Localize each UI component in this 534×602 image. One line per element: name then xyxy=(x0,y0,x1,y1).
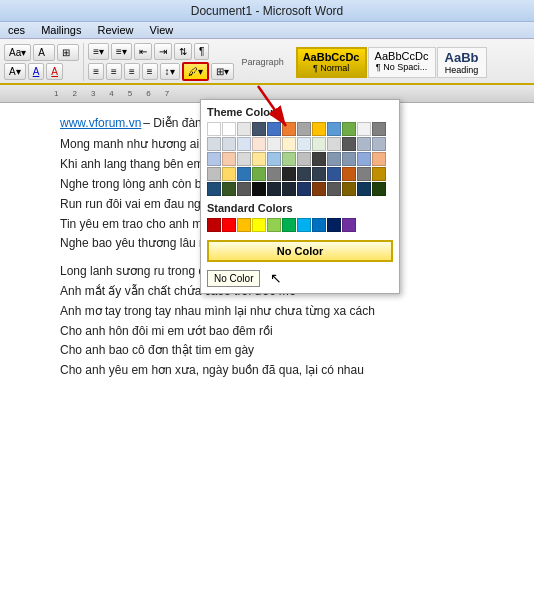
color-cell[interactable] xyxy=(237,182,251,196)
align-left[interactable]: ≡ xyxy=(88,63,104,80)
font-color-btn[interactable]: A▾ xyxy=(4,63,26,80)
color-cell[interactable] xyxy=(312,122,326,136)
style-normal[interactable]: AaBbCcDc ¶ Normal xyxy=(296,47,367,78)
font-group: Aa▾ A ⊞ A▾ A A xyxy=(4,44,79,80)
color-red[interactable] xyxy=(222,218,236,232)
color-cell[interactable] xyxy=(222,137,236,151)
color-cell[interactable] xyxy=(327,167,341,181)
tab-view[interactable]: View xyxy=(142,22,182,38)
color-cell[interactable] xyxy=(297,182,311,196)
color-cell[interactable] xyxy=(357,152,371,166)
font-btn-a[interactable]: A xyxy=(33,44,55,61)
color-cell[interactable] xyxy=(342,182,356,196)
color-cell[interactable] xyxy=(357,122,371,136)
color-cell[interactable] xyxy=(207,182,221,196)
border-btn[interactable]: ⊞▾ xyxy=(211,63,234,80)
color-cell[interactable] xyxy=(267,137,281,151)
color-cell[interactable] xyxy=(252,182,266,196)
standard-color-grid xyxy=(207,218,393,232)
color-cell[interactable] xyxy=(282,122,296,136)
color-cell[interactable] xyxy=(237,152,251,166)
shading-btn[interactable]: 🖊▾ xyxy=(182,62,209,81)
color-blue[interactable] xyxy=(312,218,326,232)
color-cell[interactable] xyxy=(267,122,281,136)
color-cell[interactable] xyxy=(342,152,356,166)
indent-dec[interactable]: ⇤ xyxy=(134,43,152,60)
no-color-button[interactable]: No Color xyxy=(207,240,393,262)
color-purple[interactable] xyxy=(342,218,356,232)
color-cell[interactable] xyxy=(267,152,281,166)
font-underline-a2[interactable]: A xyxy=(46,63,63,80)
color-cell[interactable] xyxy=(237,137,251,151)
color-cell[interactable] xyxy=(282,152,296,166)
color-cell[interactable] xyxy=(297,167,311,181)
sort-btn[interactable]: ⇅ xyxy=(174,43,192,60)
color-cell[interactable] xyxy=(222,152,236,166)
color-cell[interactable] xyxy=(207,167,221,181)
indent-inc[interactable]: ⇥ xyxy=(154,43,172,60)
color-cell[interactable] xyxy=(372,122,386,136)
color-cell[interactable] xyxy=(327,137,341,151)
font-size-btn[interactable]: Aa▾ xyxy=(4,44,31,61)
color-cell[interactable] xyxy=(267,167,281,181)
color-cell[interactable] xyxy=(312,152,326,166)
style-no-spacing[interactable]: AaBbCcDc ¶ No Spaci... xyxy=(368,47,436,78)
color-cell[interactable] xyxy=(357,167,371,181)
color-dark-blue[interactable] xyxy=(327,218,341,232)
color-cell[interactable] xyxy=(372,137,386,151)
color-cell[interactable] xyxy=(282,182,296,196)
color-yellow[interactable] xyxy=(252,218,266,232)
color-cell[interactable] xyxy=(222,167,236,181)
color-cell[interactable] xyxy=(312,182,326,196)
align-right[interactable]: ≡ xyxy=(124,63,140,80)
color-cell[interactable] xyxy=(297,152,311,166)
list-btn2[interactable]: ≡▾ xyxy=(111,43,132,60)
color-cell[interactable] xyxy=(237,122,251,136)
color-cell[interactable] xyxy=(357,137,371,151)
color-dark-red[interactable] xyxy=(207,218,221,232)
color-cell[interactable] xyxy=(222,182,236,196)
color-cell[interactable] xyxy=(222,122,236,136)
color-cell[interactable] xyxy=(237,167,251,181)
color-orange[interactable] xyxy=(237,218,251,232)
color-cell[interactable] xyxy=(207,122,221,136)
color-cell[interactable] xyxy=(207,137,221,151)
list-btn[interactable]: ≡▾ xyxy=(88,43,109,60)
color-light-blue[interactable] xyxy=(297,218,311,232)
color-cell[interactable] xyxy=(342,167,356,181)
color-cell[interactable] xyxy=(252,137,266,151)
color-cell[interactable] xyxy=(327,182,341,196)
color-cell[interactable] xyxy=(282,167,296,181)
color-cell[interactable] xyxy=(297,122,311,136)
tab-review[interactable]: Review xyxy=(89,22,141,38)
color-light-green[interactable] xyxy=(267,218,281,232)
align-justify[interactable]: ≡ xyxy=(142,63,158,80)
style-heading[interactable]: AaBb Heading xyxy=(437,47,487,78)
font-btn-b[interactable]: ⊞ xyxy=(57,44,79,61)
color-cell[interactable] xyxy=(297,137,311,151)
tab-ces[interactable]: ces xyxy=(0,22,33,38)
color-cell[interactable] xyxy=(327,122,341,136)
color-cell[interactable] xyxy=(342,137,356,151)
line-spacing[interactable]: ↕▾ xyxy=(160,63,180,80)
color-cell[interactable] xyxy=(252,152,266,166)
color-green[interactable] xyxy=(282,218,296,232)
tab-mailings[interactable]: Mailings xyxy=(33,22,89,38)
color-cell[interactable] xyxy=(252,167,266,181)
color-cell[interactable] xyxy=(357,182,371,196)
font-underline-a[interactable]: A xyxy=(28,63,45,80)
color-cell[interactable] xyxy=(372,152,386,166)
color-cell[interactable] xyxy=(312,137,326,151)
align-center[interactable]: ≡ xyxy=(106,63,122,80)
color-cell[interactable] xyxy=(207,152,221,166)
pilcrow-btn[interactable]: ¶ xyxy=(194,43,209,60)
color-cell[interactable] xyxy=(372,167,386,181)
vforum-link[interactable]: www.vforum.vn xyxy=(60,113,141,133)
color-cell[interactable] xyxy=(282,137,296,151)
color-cell[interactable] xyxy=(312,167,326,181)
color-cell[interactable] xyxy=(252,122,266,136)
color-cell[interactable] xyxy=(342,122,356,136)
color-cell[interactable] xyxy=(327,152,341,166)
color-cell[interactable] xyxy=(267,182,281,196)
color-cell[interactable] xyxy=(372,182,386,196)
